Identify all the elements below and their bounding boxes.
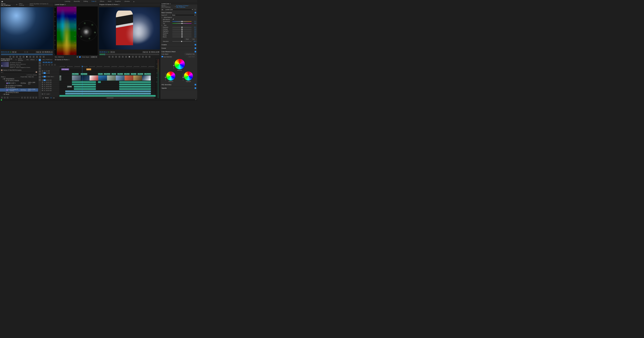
ripple-tool-icon[interactable] xyxy=(39,65,41,67)
timeline-ruler[interactable]: 00;00;00;0000;00;04;0000;00;08;0000;00;1… xyxy=(60,66,156,68)
sequence-row[interactable]: 02 Games 21 Promo59.94 fps3840 x 2160 (1… xyxy=(0,88,38,92)
v2-clip-6[interactable]: 036_PGMCle xyxy=(117,73,123,75)
icon-view-icon[interactable] xyxy=(4,97,6,98)
play-button[interactable] xyxy=(26,56,28,58)
blacks-value[interactable]: 0.0 xyxy=(192,36,196,38)
linked-sel-icon[interactable] xyxy=(46,64,47,66)
v1-main[interactable] xyxy=(72,75,151,81)
tone-header[interactable]: ∨Tone xyxy=(162,24,196,26)
master-value[interactable]: 0.0 xyxy=(50,97,52,98)
mid-lum-slider[interactable] xyxy=(174,61,174,69)
new-item-icon[interactable] xyxy=(32,97,34,98)
ruler-tick[interactable]: 00;00;20;00 xyxy=(96,66,104,68)
play-button[interactable] xyxy=(128,56,130,58)
track-v1-header[interactable]: V1oVideo 1 xyxy=(41,74,60,79)
track-a5-header[interactable]: A5MS● xyxy=(41,88,60,90)
shd-lum-slider[interactable] xyxy=(165,73,166,81)
track-v3-header[interactable]: V3o xyxy=(41,70,60,72)
exposure-value[interactable]: -0.1 xyxy=(192,26,196,28)
ruler-tick[interactable]: 00;00;04;00 xyxy=(67,66,74,68)
program-zoom[interactable]: Fit xyxy=(110,51,115,53)
insert-icon[interactable] xyxy=(36,56,38,58)
bit-depth-select[interactable]: 10 Bit xyxy=(90,56,97,58)
freeform-view-icon[interactable] xyxy=(7,97,8,98)
v2-clip-5[interactable]: 036_PGM xyxy=(112,73,116,75)
marker-lane[interactable]: ▪ GFX Opener ▪ GFX 2 (60 xyxy=(60,68,156,70)
timeline-tc[interactable]: 00;00;06;12 xyxy=(41,61,156,64)
section-vignette[interactable]: Vignette xyxy=(162,87,196,89)
ws-learning[interactable]: Learning xyxy=(65,0,70,2)
trash-icon[interactable] xyxy=(35,97,37,98)
mic-icon[interactable]: ● xyxy=(50,80,52,81)
a4-lane[interactable] xyxy=(60,88,156,90)
comparison-view-button[interactable]: Comparison View xyxy=(184,53,196,55)
ws-graphics[interactable]: Graphics xyxy=(115,0,121,2)
selection-tool-icon[interactable] xyxy=(39,59,41,61)
reset-icon[interactable] xyxy=(194,9,196,10)
bin-row[interactable]: ∨*SEQUENCES xyxy=(0,78,38,80)
v2-clip-3[interactable]: 036_PGM xyxy=(98,73,103,75)
type-tool-icon[interactable] xyxy=(39,79,41,81)
track-a1-header[interactable]: A1MS● xyxy=(41,79,60,81)
track-a7-header[interactable]: A7Audio 7 xyxy=(41,92,60,96)
shadows-value[interactable]: 0.0 xyxy=(192,32,196,34)
v1-cross[interactable]: Cross I xyxy=(60,75,61,81)
hsl-toggle[interactable] xyxy=(194,84,196,86)
temp-value[interactable]: -1.1 xyxy=(192,21,196,22)
eye-icon[interactable] xyxy=(48,72,50,74)
marker-gfx-2[interactable]: ▪ GFX 2 (60 xyxy=(86,68,91,70)
tab-effect-controls[interactable]: Effect Controls xyxy=(19,3,28,6)
sat-value[interactable]: 96.4 xyxy=(192,41,196,42)
marker-icon[interactable] xyxy=(48,64,50,66)
wrench-icon[interactable] xyxy=(54,64,56,66)
tint-slider[interactable] xyxy=(172,23,192,24)
tab-scopes[interactable]: Lumetri Scopes xyxy=(55,4,66,5)
add-button-icon[interactable]: + xyxy=(195,99,197,100)
compare-icon[interactable] xyxy=(149,56,150,58)
creative-toggle[interactable] xyxy=(194,44,196,46)
fx-icon[interactable] xyxy=(112,56,114,58)
source-viewer[interactable] xyxy=(0,7,53,50)
slip-tool-icon[interactable] xyxy=(39,70,41,72)
exposure-slider[interactable] xyxy=(172,27,192,28)
a6-music[interactable] xyxy=(65,92,151,94)
a2-clip-2[interactable] xyxy=(119,83,151,85)
snap-icon[interactable] xyxy=(43,64,44,66)
contrast-slider[interactable] xyxy=(172,29,192,29)
tab-lumetri[interactable]: Lumetri Color xyxy=(162,3,171,4)
mark-in-icon[interactable] xyxy=(115,56,117,58)
midtones-wheel[interactable] xyxy=(174,59,185,69)
scope-settings-icon[interactable] xyxy=(77,56,78,58)
lock-icon[interactable] xyxy=(42,70,43,72)
v2-clip-9[interactable]: 036_PGMClean xyxy=(138,73,143,75)
tab-program[interactable]: Program: 02 Games 21 Promo xyxy=(100,4,120,5)
wrench-icon[interactable] xyxy=(42,51,44,53)
v1-lane[interactable]: Cross I xyxy=(60,75,156,81)
add-marker-icon[interactable] xyxy=(108,56,110,58)
tab-effects[interactable]: Effects xyxy=(30,59,34,60)
tab-audio-mixer[interactable]: Audio Clip Mixer: 02 Games 21 Promo xyxy=(30,3,53,6)
track-a2-header[interactable]: A2MS● xyxy=(41,81,60,83)
ruler-tick[interactable]: 00;00;28;00 xyxy=(111,66,119,68)
a2-clip[interactable] xyxy=(72,83,96,85)
ws-assembly[interactable]: Assembly xyxy=(74,0,80,2)
col-name[interactable]: Name ∧ xyxy=(1,76,20,78)
eyedropper-icon[interactable] xyxy=(172,19,174,20)
step-fwd-icon[interactable] xyxy=(29,56,31,58)
a1-clip-2[interactable] xyxy=(98,81,101,83)
a5-music[interactable] xyxy=(65,90,151,92)
ruler-tick[interactable]: 00;00;36;00 xyxy=(126,66,134,68)
shadows-slider[interactable] xyxy=(172,33,192,33)
extract-icon[interactable] xyxy=(142,56,144,58)
mark-out-icon[interactable] xyxy=(118,56,120,58)
whites-slider[interactable] xyxy=(172,35,192,35)
home-icon[interactable] xyxy=(1,1,3,2)
lock-icon[interactable] xyxy=(42,80,43,81)
contrast-value[interactable]: 0.0 xyxy=(192,28,196,30)
export-frame-icon[interactable] xyxy=(43,56,44,58)
mark-in-icon[interactable] xyxy=(9,56,11,58)
export-frame-icon[interactable] xyxy=(145,56,147,58)
v2-clip-10[interactable]: 036_PGMClean xyxy=(144,73,151,75)
v2-clip-1[interactable]: 036_PGMClean xyxy=(72,73,78,75)
a7-lane[interactable] xyxy=(60,95,156,96)
